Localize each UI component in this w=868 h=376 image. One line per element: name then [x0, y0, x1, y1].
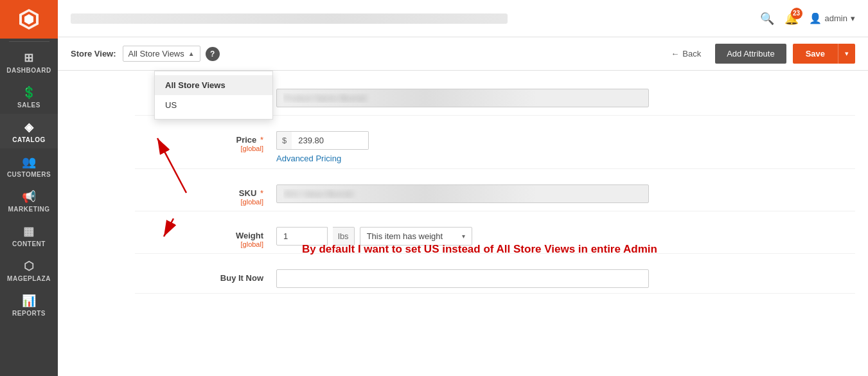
notifications-bell[interactable]: 🔔 23 — [784, 12, 799, 26]
admin-user-menu[interactable]: 👤 admin ▾ — [809, 12, 855, 24]
price-input-container: $ Advanced Pricing — [276, 131, 649, 163]
dropdown-arrow-icon: ▲ — [188, 50, 195, 57]
price-label: Price * [global] — [135, 131, 276, 152]
sidebar-item-label: MAGEPLAZA — [7, 275, 51, 282]
sidebar-item-content[interactable]: ▦ CONTENT — [0, 218, 58, 253]
weight-unit: lbs — [333, 227, 355, 246]
advanced-pricing-link[interactable]: Advanced Pricing — [276, 154, 649, 163]
buy-it-now-input[interactable] — [276, 269, 649, 288]
sidebar-item-label: SALES — [17, 102, 40, 109]
sidebar-item-dashboard[interactable]: ⊞ DASHBOARD — [0, 44, 58, 79]
form-row-price: Price * [global] $ Advanced Pricing — [135, 126, 855, 169]
sidebar-item-mageplaza[interactable]: ⬡ MAGEPLAZA — [0, 253, 58, 287]
help-icon[interactable]: ? — [206, 47, 220, 61]
mageplaza-icon: ⬡ — [24, 259, 35, 273]
save-button-group: Save ▾ — [793, 44, 855, 64]
sidebar-item-label: CATALOG — [12, 136, 45, 143]
admin-username: admin — [825, 13, 847, 23]
name-input[interactable] — [276, 89, 649, 107]
sidebar-item-label: MARKETING — [8, 206, 49, 213]
sku-label: SKU * [global] — [135, 184, 276, 206]
save-dropdown-button[interactable]: ▾ — [838, 44, 855, 64]
buy-it-now-label: Buy It Now — [135, 269, 276, 283]
sidebar-divider — [9, 41, 49, 42]
sidebar-item-label: CUSTOMERS — [7, 171, 51, 178]
weight-label: Weight [global] — [135, 227, 276, 248]
sidebar-item-label: CONTENT — [12, 240, 46, 247]
store-view-popup: All Store Views US — [154, 71, 273, 120]
sku-input[interactable] — [276, 184, 649, 203]
sku-required-star: * — [260, 188, 263, 198]
search-icon[interactable]: 🔍 — [760, 12, 774, 26]
customers-icon: 👥 — [22, 155, 37, 169]
save-button[interactable]: Save — [793, 44, 838, 64]
back-button[interactable]: ← Back — [663, 45, 709, 62]
sidebar-item-label: REPORTS — [12, 310, 46, 317]
price-required-star: * — [260, 135, 263, 145]
back-arrow-icon: ← — [671, 49, 679, 58]
dashboard-icon: ⊞ — [24, 51, 34, 65]
store-view-dropdown[interactable]: All Store Views ▲ — [123, 46, 200, 62]
notifications-badge: 23 — [791, 8, 802, 19]
weight-input[interactable] — [276, 227, 328, 246]
reports-icon: 📊 — [22, 294, 37, 308]
top-header: 🔍 🔔 23 👤 admin ▾ — [58, 0, 868, 37]
sidebar-item-catalog[interactable]: ◈ CATALOG — [0, 114, 58, 148]
store-view-label: Store View: — [71, 49, 116, 58]
name-input-container — [276, 89, 649, 107]
price-group: $ — [276, 131, 405, 150]
store-option-us[interactable]: US — [155, 95, 272, 115]
sidebar-item-label: DASHBOARD — [6, 67, 51, 74]
sku-input-container — [276, 184, 649, 203]
sidebar-item-customers[interactable]: 👥 CUSTOMERS — [0, 148, 58, 183]
sidebar-item-marketing[interactable]: 📢 MARKETING — [0, 183, 58, 218]
sidebar-item-reports[interactable]: 📊 REPORTS — [0, 287, 58, 322]
sidebar: ⊞ DASHBOARD 💲 SALES ◈ CATALOG 👥 CUSTOMER… — [0, 0, 58, 376]
store-option-all[interactable]: All Store Views — [155, 75, 272, 95]
user-dropdown-arrow: ▾ — [851, 13, 855, 23]
form-row-sku: SKU * [global] — [135, 179, 855, 211]
user-icon: 👤 — [809, 12, 822, 24]
weight-input-container: lbs This item has weight ▾ — [276, 227, 649, 246]
sidebar-item-sales[interactable]: 💲 SALES — [0, 79, 58, 114]
price-input[interactable] — [292, 131, 369, 150]
weight-type-select[interactable]: This item has weight ▾ — [360, 227, 473, 246]
weight-type-arrow-icon: ▾ — [462, 233, 465, 240]
store-view-bar: Store View: All Store Views ▲ ? All Stor… — [58, 37, 868, 71]
price-prefix: $ — [276, 131, 292, 150]
toolbar-actions: ← Back Add Attribute Save ▾ — [663, 44, 855, 64]
add-attribute-button[interactable]: Add Attribute — [715, 44, 786, 64]
logo[interactable] — [0, 0, 58, 39]
form-row-weight: Weight [global] lbs This item has weight… — [135, 222, 855, 254]
header-actions: 🔍 🔔 23 👤 admin ▾ — [760, 12, 855, 26]
store-view-selected: All Store Views — [128, 49, 184, 58]
weight-type-value: This item has weight — [367, 231, 443, 241]
form-row-buy-it-now: Buy It Now — [135, 264, 855, 294]
content-icon: ▦ — [23, 224, 35, 238]
marketing-icon: 📢 — [22, 190, 37, 204]
weight-row: lbs This item has weight ▾ — [276, 227, 649, 246]
sales-icon: 💲 — [22, 85, 37, 100]
save-dropdown-arrow-icon: ▾ — [845, 49, 849, 57]
page-title — [71, 13, 508, 24]
catalog-icon: ◈ — [24, 120, 34, 134]
buy-it-now-input-container — [276, 269, 649, 288]
main-content: 🔍 🔔 23 👤 admin ▾ Store View: All Store V… — [58, 0, 868, 376]
